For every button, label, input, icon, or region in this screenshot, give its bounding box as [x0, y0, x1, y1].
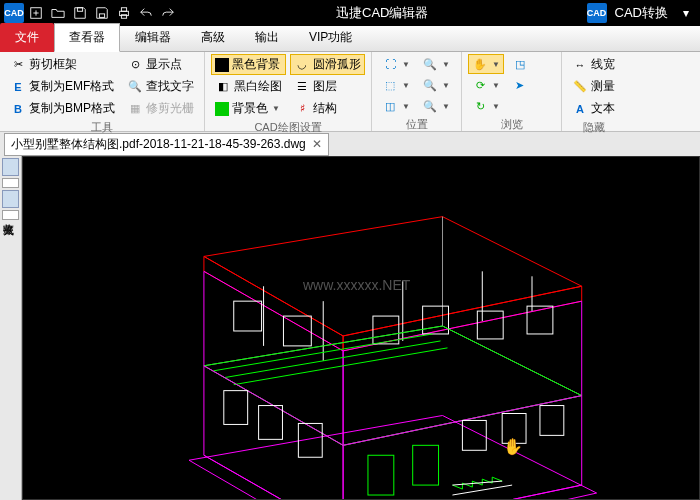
svg-rect-16	[413, 445, 439, 485]
orbit-icon: ⟳	[472, 77, 488, 93]
side-tab-properties[interactable]: 属性	[2, 178, 19, 188]
smooth-arc-button[interactable]: ◡圆滑孤形	[290, 54, 365, 75]
bgcolor-icon	[215, 102, 229, 116]
ribbon-tabs: 文件 查看器 编辑器 高级 输出 VIP功能	[0, 26, 700, 52]
document-tab-bar: 小型别墅整体结构图.pdf-2018-11-21-18-45-39-263.dw…	[0, 132, 700, 156]
copy-bmp-button[interactable]: B复制为BMP格式	[6, 98, 119, 119]
trim-icon: ▦	[127, 101, 143, 117]
zoom-icon: 🔍	[422, 56, 438, 72]
pan-button[interactable]: ✋▼	[468, 54, 504, 74]
svg-rect-4	[121, 8, 126, 12]
cube-button[interactable]: ◳	[508, 54, 532, 74]
copy-emf-button[interactable]: E复制为EMF格式	[6, 76, 119, 97]
saveas-icon[interactable]	[92, 3, 112, 23]
cad-drawing	[23, 157, 699, 499]
workspace: 属性 收藏夹	[0, 156, 700, 500]
pos-btn-3[interactable]: ◫▼	[378, 96, 414, 116]
emf-icon: E	[10, 79, 26, 95]
ribbon-group-view: ✋▼ ⟳▼ ↻▼ ◳ ➤ 浏览	[462, 52, 562, 131]
search-icon: 🔍	[127, 79, 143, 95]
bw-icon: ◧	[215, 79, 231, 95]
ribbon-group-pos: ⛶▼ ⬚▼ ◫▼ 🔍▼ 🔍▼ 🔍▼ 位置	[372, 52, 462, 131]
trim-raster-button: ▦修剪光栅	[123, 98, 198, 119]
rotate-icon: ↻	[472, 98, 488, 114]
ribbon-group-cad: 黑色背景 ◧黑白绘图 背景色▼ ◡圆滑孤形 ☰图层 ♯结构 CAD绘图设置	[205, 52, 372, 131]
arrow-icon: ➤	[512, 77, 528, 93]
new-icon[interactable]	[26, 3, 46, 23]
document-name: 小型别墅整体结构图.pdf-2018-11-21-18-45-39-263.dw…	[11, 136, 306, 153]
app-title: 迅捷CAD编辑器	[180, 4, 585, 22]
arc-icon: ◡	[294, 57, 310, 73]
side-tab-favorites[interactable]: 收藏夹	[2, 210, 19, 220]
find-text-button[interactable]: 🔍查找文字	[123, 76, 198, 97]
group-label-view: 浏览	[468, 116, 555, 132]
cad-convert-button[interactable]: CAD转换	[609, 4, 674, 22]
side-icon-1[interactable]	[2, 158, 19, 176]
svg-rect-1	[77, 8, 82, 12]
document-tab[interactable]: 小型别墅整体结构图.pdf-2018-11-21-18-45-39-263.dw…	[4, 133, 329, 156]
blackbg-icon	[215, 58, 229, 72]
svg-rect-15	[368, 455, 394, 495]
meas-button[interactable]: 📏测量	[568, 76, 619, 97]
scissors-icon: ✂	[10, 57, 26, 73]
undo-icon[interactable]	[136, 3, 156, 23]
watermark: www.xxxxxx.NET	[303, 277, 410, 293]
clip-frame-button[interactable]: ✂剪切框架	[6, 54, 119, 75]
layer-icon: ☰	[294, 79, 310, 95]
fit-icon: ⛶	[382, 56, 398, 72]
struct-button[interactable]: ♯结构	[290, 98, 365, 119]
text-button[interactable]: A文本	[568, 98, 619, 119]
cube-icon: ◳	[512, 56, 528, 72]
close-tab-icon[interactable]: ✕	[312, 137, 322, 151]
zoomin-icon: 🔍	[422, 77, 438, 93]
open-icon[interactable]	[48, 3, 68, 23]
arrow-button[interactable]: ➤	[508, 75, 532, 95]
pos-btn-1[interactable]: ⛶▼	[378, 54, 414, 74]
side-panel: 属性 收藏夹	[0, 156, 22, 500]
svg-rect-2	[99, 14, 104, 18]
pos-btn-2[interactable]: ⬚▼	[378, 75, 414, 95]
side-icon-2[interactable]	[2, 190, 19, 208]
linew-button[interactable]: ↔线宽	[568, 54, 619, 75]
zoom-btn[interactable]: 🔍▼	[418, 54, 454, 74]
bg-color-button[interactable]: 背景色▼	[211, 98, 286, 119]
ribbon: ✂剪切框架 E复制为EMF格式 B复制为BMP格式 ⊙显示点 🔍查找文字 ▦修剪…	[0, 52, 700, 132]
tab-file[interactable]: 文件	[0, 23, 54, 52]
struct-icon: ♯	[294, 101, 310, 117]
tab-viewer[interactable]: 查看器	[54, 23, 120, 52]
tab-advanced[interactable]: 高级	[186, 23, 240, 52]
save-icon[interactable]	[70, 3, 90, 23]
zoomout-btn[interactable]: 🔍▼	[418, 96, 454, 116]
convert-logo-icon: CAD	[587, 3, 607, 23]
extent-icon: ⬚	[382, 77, 398, 93]
ribbon-group-tools: ✂剪切框架 E复制为EMF格式 B复制为BMP格式 ⊙显示点 🔍查找文字 ▦修剪…	[0, 52, 205, 131]
svg-rect-13	[259, 406, 283, 440]
view3-button[interactable]: ↻▼	[468, 96, 504, 116]
linew-icon: ↔	[572, 57, 588, 73]
pan-cursor-icon: ✋	[503, 437, 523, 456]
window-icon: ◫	[382, 98, 398, 114]
tab-editor[interactable]: 编辑器	[120, 23, 186, 52]
zoomin-btn[interactable]: 🔍▼	[418, 75, 454, 95]
dropdown-icon[interactable]: ▾	[676, 3, 696, 23]
drawing-viewport[interactable]: www.xxxxxx.NET ✋	[22, 156, 700, 500]
bmp-icon: B	[10, 101, 26, 117]
layer-button[interactable]: ☰图层	[290, 76, 365, 97]
svg-rect-19	[540, 406, 564, 436]
ruler-icon: 📏	[572, 79, 588, 95]
print-icon[interactable]	[114, 3, 134, 23]
orbit-button[interactable]: ⟳▼	[468, 75, 504, 95]
tab-output[interactable]: 输出	[240, 23, 294, 52]
black-bg-button[interactable]: 黑色背景	[211, 54, 286, 75]
chevron-down-icon: ▼	[272, 104, 280, 113]
redo-icon[interactable]	[158, 3, 178, 23]
app-logo: CAD	[4, 3, 24, 23]
svg-rect-6	[234, 301, 262, 331]
bw-plot-button[interactable]: ◧黑白绘图	[211, 76, 286, 97]
tab-vip[interactable]: VIP功能	[294, 23, 367, 52]
group-label-pos: 位置	[378, 116, 455, 132]
zoomout-icon: 🔍	[422, 98, 438, 114]
text-icon: A	[572, 101, 588, 117]
group-label-hide: 隐藏	[568, 119, 619, 135]
show-points-button[interactable]: ⊙显示点	[123, 54, 198, 75]
